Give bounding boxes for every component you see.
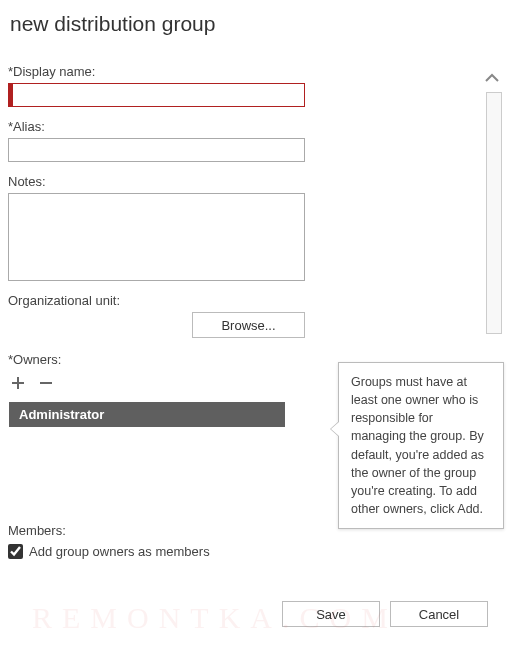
display-name-input[interactable] [8, 83, 305, 107]
notes-label: Notes: [8, 174, 506, 189]
owners-tooltip: Groups must have at least one owner who … [338, 362, 504, 529]
cancel-button[interactable]: Cancel [390, 601, 488, 627]
plus-icon [10, 375, 26, 391]
owners-listbox[interactable]: Administrator [8, 401, 286, 509]
add-owners-as-members-checkbox[interactable] [8, 544, 23, 559]
tooltip-pointer-icon [330, 421, 339, 437]
ou-label: Organizational unit: [8, 293, 506, 308]
minus-icon [38, 375, 54, 391]
alias-input[interactable] [8, 138, 305, 162]
browse-button[interactable]: Browse... [192, 312, 305, 338]
remove-owner-button[interactable] [36, 373, 56, 393]
scroll-up-button[interactable] [484, 72, 500, 87]
page-title: new distribution group [8, 12, 506, 36]
alias-label: *Alias: [8, 119, 506, 134]
ou-input[interactable] [8, 312, 186, 338]
add-owners-as-members-label: Add group owners as members [29, 544, 210, 559]
svg-rect-0 [40, 382, 52, 384]
notes-input[interactable] [8, 193, 305, 281]
tooltip-text: Groups must have at least one owner who … [351, 375, 484, 516]
chevron-up-icon [484, 72, 500, 84]
list-item[interactable]: Administrator [9, 402, 285, 427]
display-name-label: *Display name: [8, 64, 506, 79]
scrollbar-track[interactable] [486, 92, 502, 334]
add-owner-button[interactable] [8, 373, 28, 393]
button-bar: Save Cancel [282, 601, 488, 627]
save-button[interactable]: Save [282, 601, 380, 627]
